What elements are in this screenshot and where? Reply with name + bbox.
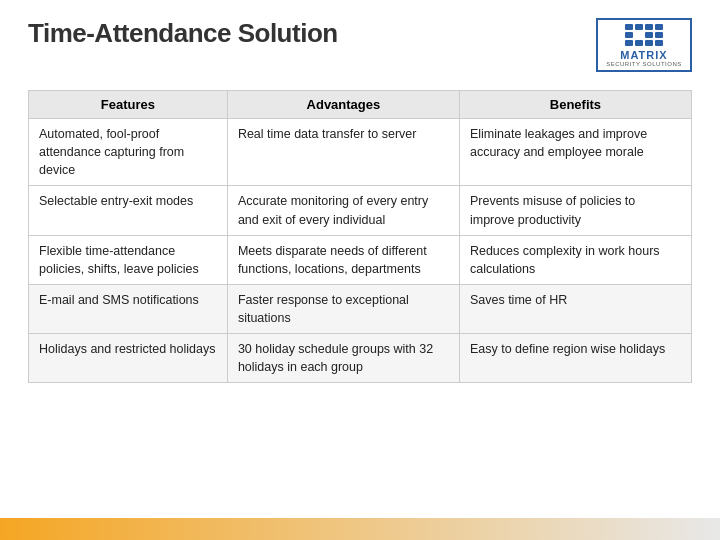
cell-advantages: Real time data transfer to server <box>227 119 459 186</box>
logo-dot <box>655 32 663 38</box>
logo-sub: SECURITY SOLUTIONS <box>606 61 682 67</box>
cell-benefits: Easy to define region wise holidays <box>459 334 691 383</box>
logo-dot <box>645 24 653 30</box>
header: Time-Attendance Solution MATRIX SECURITY… <box>28 18 692 72</box>
logo-brand: MATRIX <box>620 49 667 61</box>
logo: MATRIX SECURITY SOLUTIONS <box>596 18 692 72</box>
cell-features: Holidays and restricted holidays <box>29 334 228 383</box>
table-row: Flexible time-attendance policies, shift… <box>29 235 692 284</box>
col-header-advantages: Advantages <box>227 91 459 119</box>
col-header-benefits: Benefits <box>459 91 691 119</box>
table-row: Holidays and restricted holidays 30 holi… <box>29 334 692 383</box>
cell-features: Automated, fool-proof attendance capturi… <box>29 119 228 186</box>
logo-dot <box>645 40 653 46</box>
cell-features: Selectable entry-exit modes <box>29 186 228 235</box>
logo-grid <box>625 24 663 46</box>
logo-dot <box>625 24 633 30</box>
cell-features: Flexible time-attendance policies, shift… <box>29 235 228 284</box>
col-header-features: Features <box>29 91 228 119</box>
logo-dot <box>655 24 663 30</box>
footer-bar <box>0 518 720 540</box>
page-title: Time-Attendance Solution <box>28 18 338 49</box>
logo-dot <box>625 32 633 38</box>
cell-advantages: 30 holiday schedule groups with 32 holid… <box>227 334 459 383</box>
cell-advantages: Accurate monitoring of every entry and e… <box>227 186 459 235</box>
page-container: Time-Attendance Solution MATRIX SECURITY… <box>0 0 720 540</box>
table-row: E-mail and SMS notifications Faster resp… <box>29 284 692 333</box>
cell-benefits: Prevents misuse of policies to improve p… <box>459 186 691 235</box>
cell-benefits: Reduces complexity in work hours calcula… <box>459 235 691 284</box>
table-row: Automated, fool-proof attendance capturi… <box>29 119 692 186</box>
logo-dot <box>645 32 653 38</box>
cell-benefits: Saves time of HR <box>459 284 691 333</box>
logo-dot <box>635 32 643 38</box>
cell-advantages: Faster response to exceptional situation… <box>227 284 459 333</box>
table-row: Selectable entry-exit modes Accurate mon… <box>29 186 692 235</box>
cell-benefits: Eliminate leakages and improve accuracy … <box>459 119 691 186</box>
cell-advantages: Meets disparate needs of different funct… <box>227 235 459 284</box>
table-header-row: Features Advantages Benefits <box>29 91 692 119</box>
logo-dot <box>625 40 633 46</box>
logo-dot <box>635 40 643 46</box>
cell-features: E-mail and SMS notifications <box>29 284 228 333</box>
logo-dot <box>655 40 663 46</box>
logo-dot <box>635 24 643 30</box>
main-table: Features Advantages Benefits Automated, … <box>28 90 692 383</box>
